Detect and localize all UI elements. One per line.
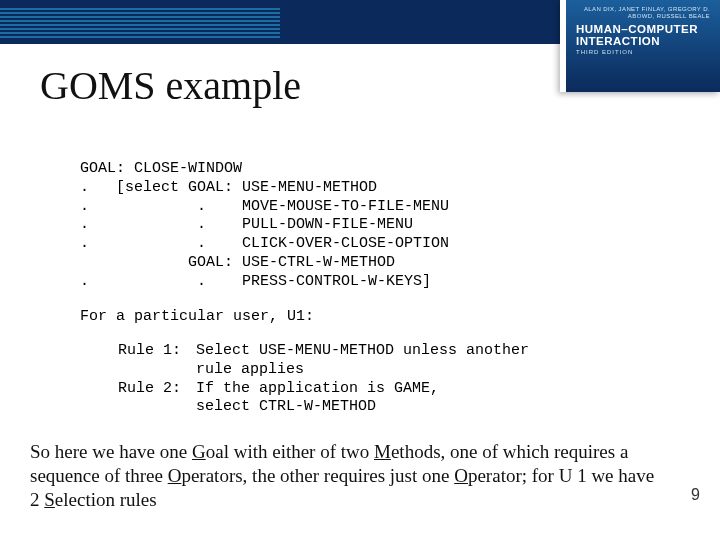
book-title-line1: HUMAN–COMPUTER (576, 23, 698, 35)
rule-2-line-b: select CTRL-W-METHOD (196, 398, 376, 415)
rule-2-line-a: If the application is GAME, (196, 380, 439, 397)
summary-s: S (44, 489, 55, 510)
rules-block: Rule 1: Select USE-MENU-METHOD unless an… (118, 342, 678, 417)
summary-post-s: election rules (55, 489, 157, 510)
goms-line-5: . . CLICK-OVER-CLOSE-OPTION (80, 235, 449, 252)
rule-1-line-a: Select USE-MENU-METHOD unless another (196, 342, 529, 359)
rule-2-text: If the application is GAME, select CTRL-… (196, 380, 439, 418)
summary-post-g: oal with either of two (206, 441, 374, 462)
slide-title: GOMS example (40, 62, 301, 109)
goms-line-6: GOAL: USE-CTRL-W-METHOD (80, 254, 395, 271)
summary-post-o1: perators, the other requires just one (181, 465, 454, 486)
goms-line-7: . . PRESS-CONTROL-W-KEYS] (80, 273, 431, 290)
goms-line-1: GOAL: CLOSE-WINDOW (80, 160, 242, 177)
rule-2: Rule 2: If the application is GAME, sele… (118, 380, 678, 418)
book-title: HUMAN–COMPUTER INTERACTION (576, 23, 710, 47)
book-cover: ALAN DIX, JANET FINLAY, GREGORY D. ABOWD… (560, 0, 720, 92)
rule-1-text: Select USE-MENU-METHOD unless another ru… (196, 342, 529, 380)
summary-g: G (192, 441, 206, 462)
book-title-line2: INTERACTION (576, 35, 660, 47)
rule-1-line-b: rule applies (196, 361, 304, 378)
goms-line-4: . . PULL-DOWN-FILE-MENU (80, 216, 413, 233)
goms-line-3: . . MOVE-MOUSE-TO-FILE-MENU (80, 198, 449, 215)
summary-m: M (374, 441, 391, 462)
binary-strip-decoration (0, 6, 280, 38)
rule-1: Rule 1: Select USE-MENU-METHOD unless an… (118, 342, 678, 380)
summary-paragraph: So here we have one Goal with either of … (30, 440, 660, 511)
page-number: 9 (691, 486, 700, 504)
book-edition: THIRD EDITION (576, 49, 710, 55)
summary-pre-g: So here we have one (30, 441, 192, 462)
summary-o2: O (454, 465, 468, 486)
summary-o1: O (168, 465, 182, 486)
goms-code-block: GOAL: CLOSE-WINDOW . [select GOAL: USE-M… (80, 160, 449, 291)
goms-line-2: . [select GOAL: USE-MENU-METHOD (80, 179, 377, 196)
rule-1-label: Rule 1: (118, 342, 196, 380)
book-authors: ALAN DIX, JANET FINLAY, GREGORY D. ABOWD… (576, 6, 710, 19)
user-line: For a particular user, U1: (80, 308, 314, 325)
rule-2-label: Rule 2: (118, 380, 196, 418)
